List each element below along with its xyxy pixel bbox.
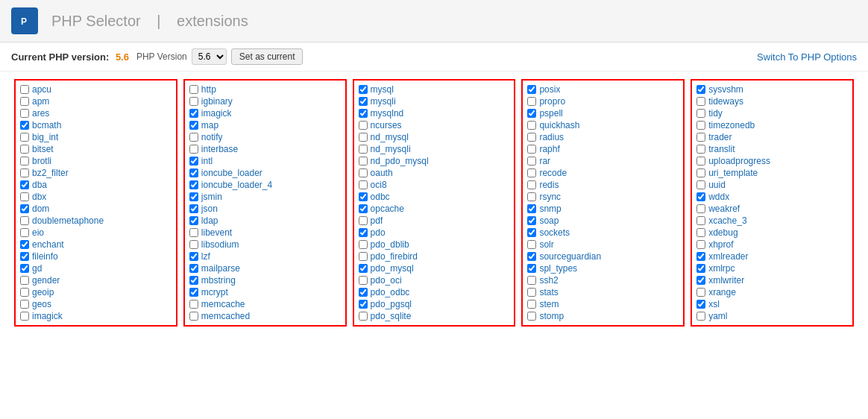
ext-checkbox-igbinary[interactable] [189, 97, 198, 106]
ext-label-ares[interactable]: ares [32, 108, 49, 119]
ext-label-pdo_pgsql[interactable]: pdo_pgsql [371, 299, 412, 309]
ext-checkbox-translit[interactable] [696, 145, 705, 154]
ext-label-pdo_firebird[interactable]: pdo_firebird [371, 251, 418, 262]
ext-label-snmp[interactable]: snmp [539, 204, 561, 214]
ext-label-dom[interactable]: dom [32, 204, 49, 214]
ext-label-intl[interactable]: intl [201, 156, 213, 166]
ext-label-stats[interactable]: stats [539, 287, 558, 297]
ext-label-xmlreader[interactable]: xmlreader [708, 251, 748, 262]
ext-label-pdo_odbc[interactable]: pdo_odbc [371, 287, 410, 297]
ext-checkbox-trader[interactable] [696, 133, 705, 142]
ext-label-rsync[interactable]: rsync [539, 192, 561, 202]
switch-to-php-options-link[interactable]: Switch To PHP Options [757, 51, 857, 63]
ext-checkbox-wddx[interactable] [696, 192, 705, 201]
ext-label-spl_types[interactable]: spl_types [539, 263, 577, 274]
ext-label-xdebug[interactable]: xdebug [708, 227, 738, 238]
ext-checkbox-http[interactable] [189, 85, 198, 94]
ext-checkbox-dom[interactable] [20, 204, 29, 213]
ext-checkbox-imagick[interactable] [20, 312, 29, 321]
ext-label-nd_mysqli[interactable]: nd_mysqli [371, 144, 411, 154]
ext-checkbox-memcache[interactable] [189, 300, 198, 309]
ext-checkbox-dba[interactable] [20, 180, 29, 189]
ext-label-big_int[interactable]: big_int [32, 132, 58, 142]
ext-label-igbinary[interactable]: igbinary [201, 96, 233, 107]
ext-checkbox-pdo_firebird[interactable] [359, 252, 368, 261]
ext-checkbox-timezonedb[interactable] [696, 121, 705, 130]
ext-checkbox-pspell[interactable] [527, 109, 536, 118]
ext-checkbox-xhprof[interactable] [696, 240, 705, 249]
ext-label-soap[interactable]: soap [539, 215, 559, 226]
ext-label-pdf[interactable]: pdf [371, 215, 383, 226]
ext-label-nd_pdo_mysql[interactable]: nd_pdo_mysql [371, 156, 429, 166]
ext-label-geoip[interactable]: geoip [32, 287, 54, 297]
ext-checkbox-odbc[interactable] [359, 192, 368, 201]
ext-checkbox-xmlrpc[interactable] [696, 264, 705, 273]
ext-checkbox-memcached[interactable] [189, 312, 198, 321]
ext-label-tideways[interactable]: tideways [708, 96, 743, 107]
ext-label-dba[interactable]: dba [32, 180, 47, 190]
ext-checkbox-fileinfo[interactable] [20, 252, 29, 261]
ext-label-mcrypt[interactable]: mcrypt [201, 287, 228, 297]
ext-label-recode[interactable]: recode [539, 168, 567, 178]
ext-checkbox-sysvshm[interactable] [696, 85, 705, 94]
ext-label-memcache[interactable]: memcache [201, 299, 245, 309]
ext-label-pdo[interactable]: pdo [371, 227, 386, 238]
ext-checkbox-ares[interactable] [20, 109, 29, 118]
ext-label-sockets[interactable]: sockets [539, 227, 570, 238]
ext-checkbox-pdo_odbc[interactable] [359, 288, 368, 297]
ext-checkbox-brotli[interactable] [20, 157, 29, 166]
ext-label-uploadprogress[interactable]: uploadprogress [708, 156, 770, 166]
ext-label-bz2_filter[interactable]: bz2_filter [32, 168, 69, 178]
ext-checkbox-mysql[interactable] [359, 85, 368, 94]
ext-checkbox-sockets[interactable] [527, 228, 536, 237]
ext-label-brotli[interactable]: brotli [32, 156, 51, 166]
ext-checkbox-rsync[interactable] [527, 192, 536, 201]
ext-checkbox-xcache_3[interactable] [696, 216, 705, 225]
ext-checkbox-xmlwriter[interactable] [696, 276, 705, 285]
ext-checkbox-intl[interactable] [189, 157, 198, 166]
ext-label-stem[interactable]: stem [539, 299, 559, 309]
ext-checkbox-nd_mysql[interactable] [359, 133, 368, 142]
ext-checkbox-recode[interactable] [527, 168, 536, 177]
ext-checkbox-apcu[interactable] [20, 85, 29, 94]
ext-label-enchant[interactable]: enchant [32, 239, 64, 250]
ext-label-memcached[interactable]: memcached [201, 311, 250, 321]
ext-checkbox-nd_pdo_mysql[interactable] [359, 157, 368, 166]
ext-checkbox-pdo_oci[interactable] [359, 276, 368, 285]
ext-label-eio[interactable]: eio [32, 227, 44, 238]
ext-checkbox-radius[interactable] [527, 133, 536, 142]
ext-checkbox-spl_types[interactable] [527, 264, 536, 273]
ext-label-radius[interactable]: radius [539, 132, 564, 142]
ext-checkbox-mysqlnd[interactable] [359, 109, 368, 118]
ext-checkbox-pdo_pgsql[interactable] [359, 300, 368, 309]
ext-checkbox-posix[interactable] [527, 85, 536, 94]
ext-label-pdo_sqlite[interactable]: pdo_sqlite [371, 311, 412, 321]
ext-label-sourceguardian[interactable]: sourceguardian [539, 251, 601, 262]
ext-checkbox-lzf[interactable] [189, 252, 198, 261]
ext-checkbox-ioncube_loader[interactable] [189, 168, 198, 177]
ext-checkbox-nd_mysqli[interactable] [359, 145, 368, 154]
ext-label-xrange[interactable]: xrange [708, 287, 736, 297]
ext-checkbox-pdo[interactable] [359, 228, 368, 237]
ext-checkbox-dbx[interactable] [20, 192, 29, 201]
ext-label-odbc[interactable]: odbc [371, 192, 390, 202]
php-version-select[interactable]: 5.6 7.0 7.1 7.2 [192, 48, 227, 65]
ext-checkbox-libsodium[interactable] [189, 240, 198, 249]
ext-checkbox-imagick[interactable] [189, 109, 198, 118]
ext-label-rar[interactable]: rar [539, 156, 550, 166]
ext-checkbox-stem[interactable] [527, 300, 536, 309]
ext-label-ldap[interactable]: ldap [201, 215, 218, 226]
ext-label-gender[interactable]: gender [32, 275, 60, 286]
ext-label-ioncube_loader[interactable]: ioncube_loader [201, 168, 262, 178]
ext-checkbox-big_int[interactable] [20, 133, 29, 142]
ext-checkbox-quickhash[interactable] [527, 121, 536, 130]
ext-checkbox-ldap[interactable] [189, 216, 198, 225]
ext-label-xcache_3[interactable]: xcache_3 [708, 215, 746, 226]
ext-checkbox-libevent[interactable] [189, 228, 198, 237]
ext-checkbox-redis[interactable] [527, 180, 536, 189]
ext-label-bcmath[interactable]: bcmath [32, 120, 61, 130]
ext-checkbox-uploadprogress[interactable] [696, 157, 705, 166]
ext-label-ioncube_loader_4[interactable]: ioncube_loader_4 [201, 180, 272, 190]
ext-label-sysvshm[interactable]: sysvshm [708, 84, 743, 95]
ext-label-mysqlnd[interactable]: mysqlnd [371, 108, 404, 119]
